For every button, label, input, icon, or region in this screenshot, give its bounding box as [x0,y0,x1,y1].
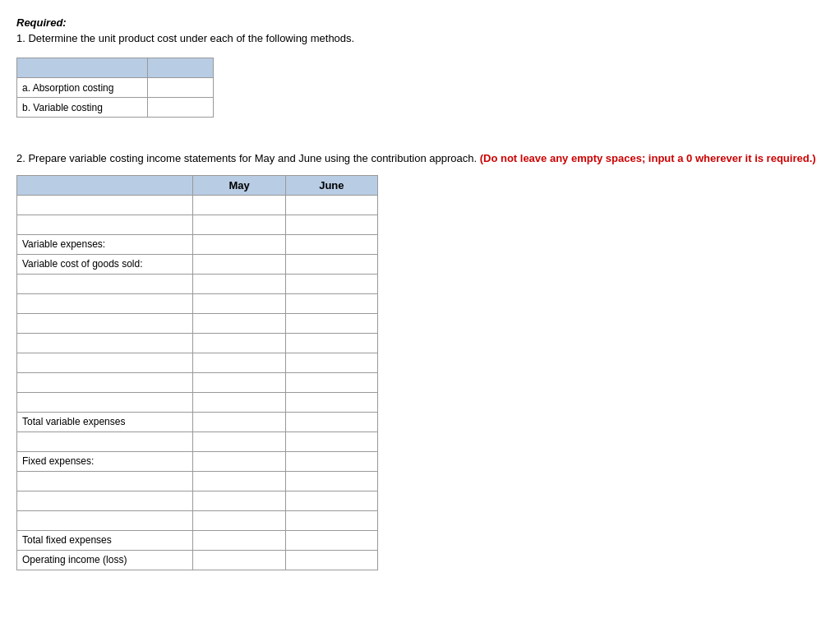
fixed-may-input-label[interactable] [198,456,279,468]
fixed-june-input-label[interactable] [291,456,372,468]
income-label-input-5[interactable] [22,278,187,289]
unit-cost-table: a. Absorption costing b. Variable costin… [16,58,214,118]
income-col-may: May [193,175,285,195]
income-may-input-6[interactable] [198,298,279,310]
income-label-input-9[interactable] [22,357,187,368]
operating-income-label: Operating income (loss) [17,550,193,570]
income-label-input-1[interactable] [22,199,187,210]
table-row: Variable cost of goods sold: [17,254,378,274]
total-fixed-june-input[interactable] [291,535,372,547]
income-may-input-8[interactable] [198,338,279,349]
table-row [17,353,378,372]
income-may-input-13[interactable] [198,476,279,487]
table-row: Variable expenses: [17,234,378,254]
table-row: Total variable expenses [17,412,378,431]
income-may-input-1[interactable] [198,200,279,211]
income-label-input-14[interactable] [22,495,187,506]
section1-instruction: 1. Determine the unit product cost under… [16,32,824,44]
variable-cogs-label: Variable cost of goods sold: [17,254,193,274]
income-label-input-2[interactable] [22,219,187,230]
income-june-input-4[interactable] [291,259,372,270]
section1-container: Required: 1. Determine the unit product … [16,16,824,118]
income-may-input-9[interactable] [198,358,279,369]
income-june-input-13[interactable] [291,476,372,487]
table-row [17,333,378,353]
income-label-input-10[interactable] [22,376,187,388]
income-may-input-2[interactable] [198,219,279,231]
operating-income-may-input[interactable] [198,555,279,566]
income-may-input-11[interactable] [198,397,279,408]
table-row [17,313,378,333]
income-row-label[interactable] [17,195,193,215]
income-june-input-8[interactable] [291,338,372,349]
table-row [17,471,378,491]
table-row [17,293,378,313]
income-june-cell[interactable] [285,234,377,254]
table-row [17,491,378,510]
table1-header-label [17,58,148,78]
income-may-input-15[interactable] [198,515,279,527]
income-june-input-9[interactable] [291,358,372,369]
income-june-input-2[interactable] [291,219,372,231]
income-statement-table: May June Variable expenses: Variable cos… [16,175,378,570]
income-june-input-12[interactable] [291,436,372,448]
fixed-expenses-label: Fixed expenses: [17,451,193,471]
income-label-input-6[interactable] [22,298,187,309]
variable-costing-input-cell[interactable] [148,98,214,118]
income-label-input-7[interactable] [22,317,187,329]
income-label-input-8[interactable] [22,337,187,348]
section2-instruction-red: (Do not leave any empty spaces; input a … [480,152,816,164]
income-june-input-10[interactable] [291,377,372,389]
table-row [17,510,378,530]
income-may-cell[interactable] [193,195,285,215]
income-june-cell[interactable] [285,195,377,215]
income-label-input-13[interactable] [22,475,187,487]
absorption-costing-input[interactable] [153,82,208,94]
income-may-input-4[interactable] [198,259,279,270]
income-may-input-14[interactable] [198,496,279,507]
operating-income-june-input[interactable] [291,555,372,566]
table-row: b. Variable costing [17,98,214,118]
income-may-input-10[interactable] [198,377,279,389]
income-row-label[interactable] [17,215,193,234]
table-row [17,274,378,293]
income-june-input-15[interactable] [291,515,372,527]
income-june-input-6[interactable] [291,298,372,310]
income-label-input-11[interactable] [22,396,187,408]
absorption-costing-label: a. Absorption costing [17,78,148,98]
total-variable-june-input[interactable] [291,417,372,428]
income-may-input-3[interactable] [198,239,279,251]
variable-costing-label: b. Variable costing [17,98,148,118]
income-june-input-7[interactable] [291,318,372,330]
table-row [17,431,378,451]
income-may-input-5[interactable] [198,279,279,290]
income-june-input-11[interactable] [291,397,372,408]
income-june-cell[interactable] [285,215,377,234]
income-label-input-12[interactable] [22,436,187,447]
total-variable-may-input[interactable] [198,417,279,428]
income-june-input-1[interactable] [291,200,372,211]
table-row: Fixed expenses: [17,451,378,471]
table-row: Total fixed expenses [17,530,378,550]
variable-costing-input[interactable] [153,102,208,113]
table-row: a. Absorption costing [17,78,214,98]
income-may-input-12[interactable] [198,436,279,448]
income-june-input-5[interactable] [291,279,372,290]
income-may-cell[interactable] [193,254,285,274]
income-june-input-14[interactable] [291,496,372,507]
income-label-input-15[interactable] [22,515,187,526]
income-june-cell[interactable] [285,254,377,274]
total-fixed-may-input[interactable] [198,535,279,547]
table1-header-value [148,58,214,78]
total-variable-expenses-label: Total variable expenses [17,412,193,431]
table-row [17,215,378,234]
total-fixed-expenses-label: Total fixed expenses [17,530,193,550]
income-may-cell[interactable] [193,215,285,234]
income-may-input-7[interactable] [198,318,279,330]
income-june-input-3[interactable] [291,239,372,251]
table-row: Operating income (loss) [17,550,378,570]
absorption-costing-input-cell[interactable] [148,78,214,98]
income-col-label [17,175,193,195]
income-may-cell[interactable] [193,234,285,254]
required-label: Required: [16,16,824,29]
